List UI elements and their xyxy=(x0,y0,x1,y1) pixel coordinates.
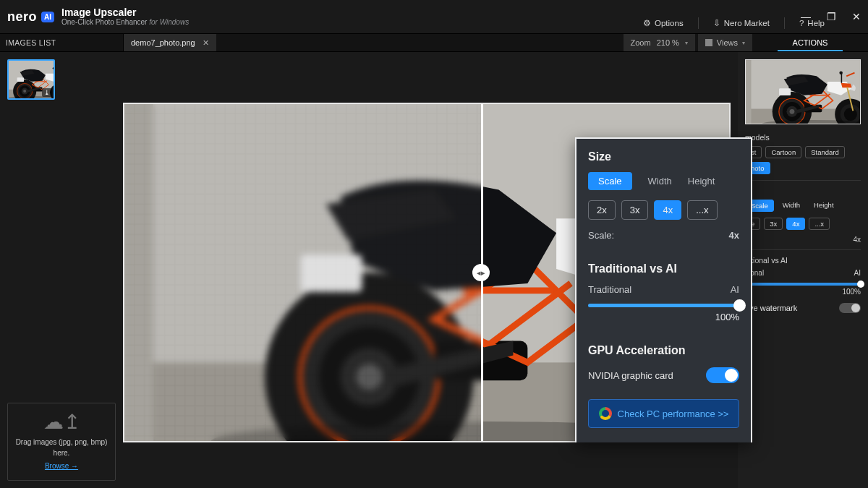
popup-size-title: Size xyxy=(588,150,739,163)
size-label: e xyxy=(745,187,861,195)
maximize-button[interactable]: ❐ xyxy=(827,11,836,22)
size-tab-width[interactable]: Width xyxy=(778,200,805,212)
size-tab-height[interactable]: Height xyxy=(809,200,838,212)
preset-custom[interactable]: ...x xyxy=(809,218,830,230)
tab-width[interactable]: Width xyxy=(648,176,672,187)
popup-gpu-title: GPU Acceleration xyxy=(588,344,739,357)
app-subtitle: One-Click Photo Enhancer for Windows xyxy=(61,18,189,27)
sidebar-images: ⤓ ☁↥ Drag images (jpg, png, bmp) here. B… xyxy=(0,52,123,488)
watermark-label: ove watermark xyxy=(745,304,797,312)
tool-row: IMAGES LIST demo7_photo.png ✕ Zoom 210 %… xyxy=(0,33,868,52)
popup-ai-percent: 100% xyxy=(588,312,739,322)
ai-slider[interactable] xyxy=(745,283,861,286)
model-option[interactable]: Standard xyxy=(805,146,845,158)
options-icon: ⚙ xyxy=(643,18,651,28)
dropzone-text: Drag images (jpg, png, bmp) here. xyxy=(12,437,111,458)
popup-ai-slider[interactable] xyxy=(588,304,739,307)
preset-3x[interactable]: 3x xyxy=(764,218,783,230)
compare-handle[interactable]: ◂▸ xyxy=(472,264,490,281)
help-menu[interactable]: ? Help xyxy=(799,19,825,27)
settings-popup: Size Scale Width Height 2x 3x 4x ...x Sc… xyxy=(575,137,752,442)
preset-4x[interactable]: 4x xyxy=(786,218,805,230)
popup-trad-title: Traditional vs AI xyxy=(588,262,739,275)
brand-text: nero xyxy=(7,9,37,25)
close-button[interactable]: ✕ xyxy=(852,11,861,22)
app-title: Image Upscaler xyxy=(61,7,189,18)
actions-panel: models st Cartoon Standard hoto e Scale … xyxy=(738,52,868,488)
popup-size-tabs: Scale Width Height xyxy=(588,172,739,190)
file-tab-name: demo7_photo.png xyxy=(131,38,195,47)
watermark-toggle[interactable] xyxy=(839,303,861,313)
download-icon[interactable]: ⤓ xyxy=(42,88,52,97)
gpu-toggle[interactable] xyxy=(706,367,739,383)
trad-vs-ai-label: ditional vs AI xyxy=(745,256,861,265)
gauge-icon xyxy=(599,407,612,420)
models-label: models xyxy=(745,133,861,142)
upload-icon: ☁↥ xyxy=(12,412,111,432)
browse-link[interactable]: Browse → xyxy=(45,462,78,470)
menu-separator xyxy=(698,17,699,29)
app-titles: Image Upscaler One-Click Photo Enhancer … xyxy=(61,7,189,27)
zoom-control[interactable]: Zoom 210 % ▾ xyxy=(624,34,695,51)
market-icon: ⇩ xyxy=(713,18,720,28)
tab-scale[interactable]: Scale xyxy=(588,172,632,190)
model-pills: st Cartoon Standard hoto xyxy=(745,146,861,174)
views-control[interactable]: Views ▾ xyxy=(698,34,752,51)
top-menu: ⚙ Options ⇩ Nero Market ? Help xyxy=(643,17,825,29)
menu-separator xyxy=(784,17,785,29)
preset-2x[interactable]: 2x xyxy=(588,200,616,220)
chevron-down-icon: ▾ xyxy=(685,40,688,46)
ai-badge: AI xyxy=(41,12,54,22)
file-tab[interactable]: demo7_photo.png ✕ xyxy=(123,34,216,51)
check-performance-button[interactable]: Check PC performance >> xyxy=(588,399,739,428)
model-option[interactable]: Cartoon xyxy=(765,146,801,158)
preset-4x[interactable]: 4x xyxy=(654,200,681,220)
preset-3x[interactable]: 3x xyxy=(621,200,649,220)
market-menu[interactable]: ⇩ Nero Market xyxy=(713,18,770,28)
image-thumbnail[interactable]: ⤓ xyxy=(7,59,55,100)
popup-presets: 2x 3x 4x ...x xyxy=(588,200,739,220)
chevron-down-icon: ▾ xyxy=(742,40,745,46)
help-icon: ? xyxy=(799,19,804,27)
drop-zone[interactable]: ☁↥ Drag images (jpg, png, bmp) here. Bro… xyxy=(7,403,116,481)
close-tab-icon[interactable]: ✕ xyxy=(203,38,209,48)
tab-height[interactable]: Height xyxy=(688,176,715,187)
actions-tab[interactable]: ACTIONS xyxy=(752,35,868,51)
app-logo: nero AI xyxy=(7,9,54,25)
gpu-label: NVIDIA graphic card xyxy=(588,370,673,381)
views-icon xyxy=(705,39,712,46)
options-menu[interactable]: ⚙ Options xyxy=(643,18,684,28)
preset-custom[interactable]: ...x xyxy=(687,200,717,220)
images-list-label: IMAGES LIST xyxy=(0,38,123,47)
preview-thumbnail[interactable] xyxy=(745,59,861,124)
